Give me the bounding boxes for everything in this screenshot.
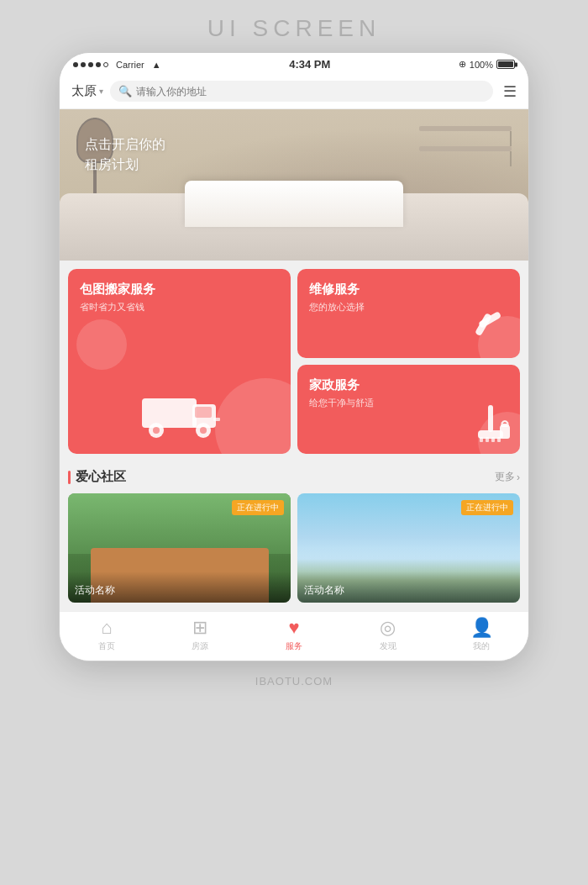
shelf-plank-2 bbox=[419, 146, 512, 151]
search-input[interactable] bbox=[136, 86, 485, 97]
lock-icon: ⊕ bbox=[459, 59, 466, 70]
signal-dot-1 bbox=[73, 62, 78, 67]
phone-frame: Carrier ▲ 4:34 PM ⊕ 100% 太原 ▾ 🔍 ☰ bbox=[59, 52, 529, 661]
svg-rect-16 bbox=[500, 425, 510, 439]
repair-service-card[interactable]: 维修服务 您的放心选择 bbox=[297, 269, 520, 358]
card-label-1: 活动名称 bbox=[68, 572, 291, 603]
svg-point-6 bbox=[200, 427, 207, 434]
housekeeping-title: 家政服务 bbox=[309, 377, 508, 393]
svg-rect-15 bbox=[497, 437, 501, 442]
svg-rect-7 bbox=[213, 418, 220, 421]
nav-item-services[interactable]: ♥ 服务 bbox=[247, 617, 341, 652]
svg-rect-10 bbox=[488, 405, 493, 432]
community-card-2[interactable]: 正在进行中 活动名称 bbox=[297, 493, 520, 603]
nav-label-housing: 房源 bbox=[192, 640, 208, 652]
wrench-icon bbox=[470, 306, 512, 348]
section-title: 爱心社区 bbox=[76, 469, 126, 485]
banner-text: 点击开启你的 租房计划 bbox=[85, 134, 165, 175]
moving-service-card[interactable]: 包图搬家服务 省时省力又省钱 bbox=[68, 269, 291, 454]
shelf-plank-1 bbox=[419, 126, 512, 131]
community-card-1[interactable]: 正在进行中 活动名称 bbox=[68, 493, 291, 603]
tool-icon-wrap bbox=[470, 306, 512, 351]
svg-rect-12 bbox=[480, 437, 483, 442]
search-icon: 🔍 bbox=[118, 85, 132, 97]
battery-fill bbox=[498, 61, 513, 67]
banner-cushion bbox=[185, 181, 403, 227]
menu-icon[interactable]: ☰ bbox=[503, 82, 517, 101]
broom-icon bbox=[470, 402, 512, 444]
card-dot-2 bbox=[76, 319, 127, 370]
service-grid: 包图搬家服务 省时省力又省钱 bbox=[60, 261, 528, 462]
section-header: 爱心社区 更多 › bbox=[68, 469, 520, 485]
status-badge-2: 正在进行中 bbox=[461, 500, 513, 515]
signal-dot-3 bbox=[88, 62, 93, 67]
nav-label-home: 首页 bbox=[98, 640, 115, 652]
svg-rect-0 bbox=[142, 398, 197, 428]
moving-subtitle: 省时省力又省钱 bbox=[80, 301, 279, 313]
nav-item-housing[interactable]: ⊞ 房源 bbox=[154, 617, 248, 652]
status-right: ⊕ 100% bbox=[459, 59, 515, 70]
building-icon: ⊞ bbox=[192, 617, 207, 639]
section-accent-bar bbox=[68, 471, 71, 484]
svg-point-4 bbox=[153, 427, 160, 434]
svg-rect-17 bbox=[501, 424, 509, 427]
svg-rect-9 bbox=[478, 311, 501, 329]
location-selector[interactable]: 太原 ▾ bbox=[71, 83, 103, 99]
housekeeping-service-card[interactable]: 家政服务 给您干净与舒适 bbox=[297, 365, 520, 454]
footer-watermark: IBAOTU.COM bbox=[255, 661, 333, 699]
nav-item-profile[interactable]: 👤 我的 bbox=[434, 617, 528, 652]
heart-icon: ♥ bbox=[288, 617, 299, 639]
community-cards: 正在进行中 活动名称 正在进行中 活动名称 bbox=[68, 493, 520, 603]
home-icon: ⌂ bbox=[101, 617, 112, 639]
nav-label-profile: 我的 bbox=[473, 640, 490, 652]
compass-icon: ◎ bbox=[380, 617, 396, 639]
card-dot-1 bbox=[215, 378, 291, 454]
more-label: 更多 bbox=[495, 470, 515, 484]
status-bar: Carrier ▲ 4:34 PM ⊕ 100% bbox=[60, 53, 528, 74]
banner-line1: 点击开启你的 bbox=[85, 134, 165, 155]
svg-rect-13 bbox=[486, 437, 489, 442]
truck-icon-wrap bbox=[138, 386, 222, 444]
wifi-icon: ▲ bbox=[152, 60, 161, 70]
svg-rect-14 bbox=[491, 437, 495, 442]
more-chevron-icon: › bbox=[517, 471, 520, 483]
status-signal: Carrier ▲ bbox=[73, 60, 161, 70]
status-badge-1: 正在进行中 bbox=[232, 500, 284, 515]
search-bar[interactable]: 🔍 bbox=[110, 81, 493, 102]
user-icon: 👤 bbox=[470, 617, 493, 639]
battery-percent: 100% bbox=[470, 60, 493, 70]
carrier-label: Carrier bbox=[116, 60, 144, 70]
banner[interactable]: 点击开启你的 租房计划 bbox=[60, 109, 528, 261]
card-label-2: 活动名称 bbox=[297, 572, 520, 603]
signal-dot-2 bbox=[81, 62, 86, 67]
location-text: 太原 bbox=[71, 83, 97, 99]
community-section: 爱心社区 更多 › 正在进行中 活动名称 正在进行中 活动名称 bbox=[60, 462, 528, 611]
nav-item-discover[interactable]: ◎ 发现 bbox=[341, 617, 435, 652]
repair-title: 维修服务 bbox=[309, 281, 508, 298]
banner-shelf bbox=[419, 126, 512, 166]
signal-dot-5 bbox=[103, 62, 108, 67]
more-button[interactable]: 更多 › bbox=[495, 470, 520, 484]
banner-line2: 租房计划 bbox=[85, 155, 165, 175]
truck-icon bbox=[138, 386, 222, 440]
signal-dot-4 bbox=[96, 62, 101, 67]
ui-screen-label: UI SCREEN bbox=[207, 0, 381, 52]
status-time: 4:34 PM bbox=[289, 58, 330, 71]
moving-title: 包图搬家服务 bbox=[80, 281, 279, 298]
clean-icon-wrap bbox=[470, 402, 512, 447]
nav-bar: 太原 ▾ 🔍 ☰ bbox=[60, 74, 528, 109]
chevron-down-icon: ▾ bbox=[99, 87, 103, 96]
nav-label-services: 服务 bbox=[286, 640, 302, 652]
nav-item-home[interactable]: ⌂ 首页 bbox=[60, 617, 154, 652]
nav-label-discover: 发现 bbox=[380, 640, 396, 652]
bottom-nav: ⌂ 首页 ⊞ 房源 ♥ 服务 ◎ 发现 👤 我的 bbox=[60, 611, 528, 661]
section-title-group: 爱心社区 bbox=[68, 469, 126, 485]
svg-rect-2 bbox=[195, 407, 212, 418]
battery-icon bbox=[496, 60, 515, 69]
